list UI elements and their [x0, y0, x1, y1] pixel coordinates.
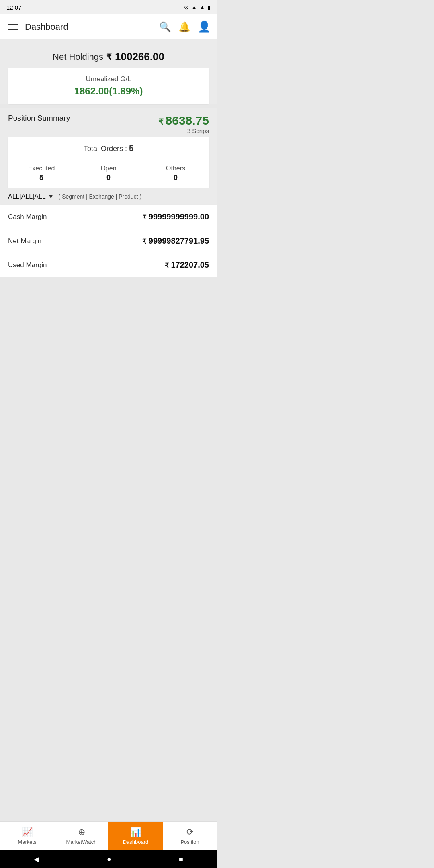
net-holdings-rupee: ₹	[106, 52, 112, 62]
main-content: Net Holdings ₹ 100266.00 Unrealized G/L …	[0, 39, 217, 357]
margin-card: Cash Margin ₹ 99999999999.00 Net Margin …	[0, 205, 217, 277]
net-holdings-label: Net Holdings	[53, 52, 103, 62]
executed-value: 5	[12, 174, 71, 182]
net-holdings-header: Net Holdings ₹ 100266.00	[8, 46, 209, 68]
signal-icon: ▲	[199, 4, 205, 10]
others-value: 0	[146, 174, 205, 182]
open-value: 0	[79, 174, 138, 182]
executed-col: Executed 5	[8, 159, 75, 188]
unrealized-gl-card: Unrealized G/L 1862.00(1.89%)	[8, 68, 209, 104]
page-title: Dashboard	[25, 22, 159, 32]
used-margin-row: Used Margin ₹ 172207.05	[0, 253, 217, 277]
position-summary-amount: 8638.75	[166, 114, 209, 127]
used-margin-label: Used Margin	[8, 261, 47, 269]
orders-card: Total Orders : 5 Executed 5 Open 0 Other…	[8, 137, 209, 188]
cash-margin-label: Cash Margin	[8, 213, 47, 221]
segment-dropdown[interactable]: ALL|ALL|ALL ▼	[8, 193, 54, 200]
executed-label: Executed	[12, 165, 71, 172]
segment-dropdown-label: ALL|ALL|ALL	[8, 193, 46, 200]
battery-icon: ▮	[207, 4, 211, 10]
position-summary-label: Position Summary	[8, 114, 70, 123]
position-summary-section: Position Summary ₹ 8638.75 3 Scrips Tota…	[0, 108, 217, 188]
orders-breakdown: Executed 5 Open 0 Others 0	[8, 159, 209, 188]
open-label: Open	[79, 165, 138, 172]
unrealized-gl-value: 1862.00(1.89%)	[16, 86, 201, 97]
cash-margin-rupee: ₹	[142, 214, 146, 221]
status-time: 12:07	[6, 4, 22, 11]
dnd-icon: ⊘	[184, 4, 189, 10]
others-col: Others 0	[142, 159, 209, 188]
empty-space	[0, 277, 217, 357]
unrealized-gl-label: Unrealized G/L	[16, 75, 201, 83]
status-icons: ⊘ ▲ ▲ ▮	[184, 4, 211, 10]
others-label: Others	[146, 165, 205, 172]
app-bar: Dashboard 🔍 🔔 👤	[0, 14, 217, 39]
total-orders-row: Total Orders : 5	[8, 137, 209, 159]
used-margin-rupee: ₹	[165, 262, 169, 269]
segment-selector-row: ALL|ALL|ALL ▼ ( Segment | Exchange | Pro…	[0, 188, 217, 205]
net-margin-value: ₹ 99999827791.95	[142, 236, 209, 246]
segment-hint: ( Segment | Exchange | Product )	[59, 193, 142, 200]
cash-margin-value: ₹ 99999999999.00	[142, 212, 209, 221]
wifi-icon: ▲	[191, 4, 197, 10]
user-icon[interactable]: 👤	[198, 20, 211, 33]
position-summary-rupee: ₹	[158, 117, 164, 126]
position-summary-scrips: 3 Scrips	[158, 127, 209, 134]
net-holdings-value: 100266.00	[115, 51, 164, 63]
app-bar-actions: 🔍 🔔 👤	[159, 20, 211, 33]
cash-margin-row: Cash Margin ₹ 99999999999.00	[0, 205, 217, 229]
total-orders-label: Total Orders :	[84, 145, 129, 153]
menu-button[interactable]	[6, 22, 19, 32]
open-col: Open 0	[75, 159, 142, 188]
chevron-down-icon: ▼	[48, 193, 54, 200]
net-margin-rupee: ₹	[142, 238, 146, 245]
net-holdings-section: Net Holdings ₹ 100266.00 Unrealized G/L …	[0, 39, 217, 104]
net-margin-label: Net Margin	[8, 237, 41, 245]
status-bar: 12:07 ⊘ ▲ ▲ ▮	[0, 0, 217, 14]
used-margin-value: ₹ 172207.05	[165, 260, 209, 270]
position-summary-right: ₹ 8638.75 3 Scrips	[158, 114, 209, 134]
bell-icon[interactable]: 🔔	[178, 21, 190, 33]
position-summary-header: Position Summary ₹ 8638.75 3 Scrips	[8, 114, 209, 137]
search-icon[interactable]: 🔍	[159, 21, 171, 33]
net-margin-row: Net Margin ₹ 99999827791.95	[0, 229, 217, 253]
total-orders-count: 5	[129, 144, 133, 153]
